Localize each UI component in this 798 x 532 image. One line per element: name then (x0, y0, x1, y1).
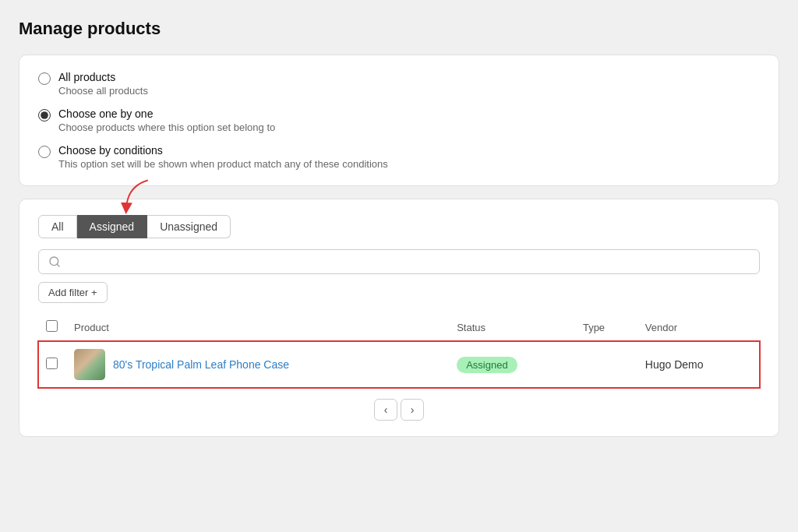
radio-choose-one-by-one-label: Choose one by one (58, 107, 275, 120)
header-status: Status (449, 314, 575, 341)
pagination: ‹ › (38, 399, 760, 421)
header-type: Type (575, 314, 637, 341)
product-thumbnail-image (74, 349, 105, 380)
table-body: 80's Tropical Palm Leaf Phone Case Assig… (38, 341, 760, 389)
search-row (38, 249, 760, 274)
radio-all-products-label: All products (58, 71, 148, 83)
search-input[interactable] (67, 255, 750, 268)
tabs-container: All Assigned Unassigned (38, 215, 760, 238)
table-row: 80's Tropical Palm Leaf Phone Case Assig… (38, 341, 760, 389)
product-cell: 80's Tropical Palm Leaf Phone Case (66, 341, 449, 389)
radio-choose-one-by-one-desc: Choose products where this option set be… (58, 122, 275, 133)
radio-choose-one-by-one-input[interactable] (38, 109, 51, 122)
products-card: All Assigned Unassigned Add filter + Pro… (19, 199, 779, 437)
status-cell: Assigned (449, 341, 575, 389)
select-all-checkbox[interactable] (46, 320, 58, 332)
radio-choose-by-conditions-label: Choose by conditions (58, 144, 388, 157)
radio-all-products-input[interactable] (38, 72, 51, 85)
products-table: Product Status Type Vendor 80's Tropical… (38, 314, 760, 388)
product-thumbnail (74, 349, 105, 380)
header-vendor: Vendor (637, 314, 760, 341)
tab-all[interactable]: All (38, 215, 77, 238)
table-header: Product Status Type Vendor (38, 314, 760, 341)
product-name-link[interactable]: 80's Tropical Palm Leaf Phone Case (113, 358, 289, 371)
search-input-wrap[interactable] (38, 249, 760, 274)
header-product: Product (66, 314, 449, 341)
tab-group: All Assigned Unassigned (38, 215, 760, 238)
radio-all-products-desc: Choose all products (58, 85, 148, 97)
type-cell (575, 341, 637, 389)
next-page-button[interactable]: › (401, 399, 424, 421)
tab-assigned[interactable]: Assigned (77, 215, 148, 238)
radio-options-card: All products Choose all products Choose … (19, 55, 779, 186)
tab-unassigned[interactable]: Unassigned (147, 215, 231, 238)
header-checkbox-cell (38, 314, 66, 341)
radio-choose-by-conditions[interactable]: Choose by conditions This option set wil… (38, 144, 760, 170)
vendor-cell: Hugo Demo (637, 341, 760, 389)
radio-choose-by-conditions-input[interactable] (38, 146, 51, 158)
radio-choose-by-conditions-desc: This option set will be shown when produ… (58, 158, 388, 170)
search-icon (48, 255, 61, 268)
add-filter-button[interactable]: Add filter + (38, 282, 108, 303)
radio-all-products[interactable]: All products Choose all products (38, 71, 760, 97)
row-checkbox[interactable] (46, 358, 58, 369)
radio-choose-one-by-one[interactable]: Choose one by one Choose products where … (38, 107, 760, 133)
radio-group: All products Choose all products Choose … (38, 71, 760, 170)
svg-line-1 (57, 264, 59, 266)
page-title: Manage products (19, 19, 779, 39)
status-badge: Assigned (457, 357, 517, 373)
row-checkbox-cell (38, 341, 66, 389)
prev-page-button[interactable]: ‹ (374, 399, 397, 421)
